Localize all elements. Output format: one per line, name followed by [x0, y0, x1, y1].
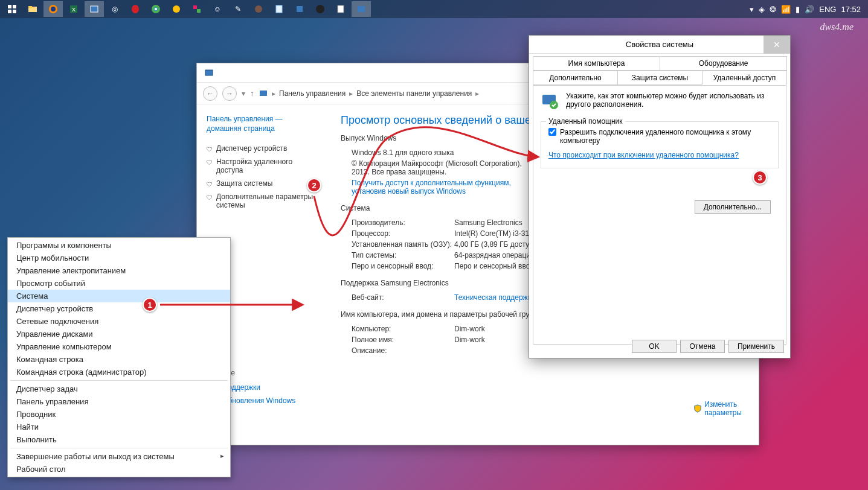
app-icon-10[interactable]: [352, 1, 371, 17]
svg-rect-2: [8, 10, 11, 13]
ctx-cmd-admin[interactable]: Командная строка (администратор): [8, 366, 230, 378]
tab-body: Укажите, как этот компьютер можно будет …: [533, 85, 786, 345]
close-button[interactable]: ✕: [764, 36, 790, 54]
sidebar-link-protect[interactable]: 🛡Защита системы: [203, 177, 324, 190]
fieldset-legend: Удаленный помощник: [546, 117, 625, 126]
language-indicator[interactable]: ENG: [819, 5, 836, 14]
app-icon-5[interactable]: ☺: [208, 1, 227, 17]
what-happens-link[interactable]: Что происходит при включении удаленного …: [548, 151, 771, 159]
forward-button[interactable]: →: [222, 86, 237, 101]
app-icon-4[interactable]: [187, 1, 207, 17]
ctx-cmd[interactable]: Командная строка: [8, 353, 230, 366]
shield-icon: 🛡: [207, 179, 213, 188]
advanced-button[interactable]: Дополнительно...: [695, 200, 771, 214]
volume-icon[interactable]: 🔊: [805, 5, 814, 14]
comp-value: Dim-work: [454, 325, 485, 333]
ok-button[interactable]: OK: [632, 340, 677, 353]
app-icon-6[interactable]: ✎: [228, 1, 248, 17]
change-settings-link[interactable]: Изменитьпараметры: [693, 400, 742, 417]
network-icon[interactable]: 📶: [781, 5, 791, 14]
notepad-icon[interactable]: [269, 1, 289, 17]
ctx-taskmgr[interactable]: Диспетчер задач: [8, 383, 230, 395]
steam-icon[interactable]: [310, 1, 330, 17]
ctx-explorer[interactable]: Проводник: [8, 408, 230, 421]
sidebar-link-remote[interactable]: 🛡Настройка удаленного доступа: [203, 155, 324, 177]
system-window-icon: [204, 68, 214, 78]
ctx-power[interactable]: Управление электропитанием: [8, 264, 230, 277]
history-chevron-icon[interactable]: ▾: [242, 89, 245, 98]
site-link[interactable]: Техническая поддержк: [454, 293, 531, 302]
cp-home-link[interactable]: Панель управления — домашняя страница: [203, 114, 324, 133]
app-icon-3[interactable]: [167, 1, 186, 17]
up-button[interactable]: ↑: [250, 89, 254, 98]
back-button[interactable]: ←: [203, 86, 217, 101]
tray-icon-2[interactable]: ❂: [770, 5, 776, 14]
app-icon-2[interactable]: ◎: [105, 1, 124, 17]
ctx-compmgmt[interactable]: Управление компьютером: [8, 340, 230, 353]
svg-point-21: [316, 5, 324, 13]
tab-hardware[interactable]: Оборудование: [660, 56, 787, 71]
tray-icon-1[interactable]: ◈: [759, 5, 765, 14]
cpu-value: Intel(R) Core(TM) i3-312: [454, 229, 533, 238]
ctx-search[interactable]: Найти: [8, 421, 230, 433]
sidebar-link-devmgr[interactable]: 🛡Диспетчер устройств: [203, 142, 324, 155]
svg-rect-19: [276, 5, 282, 13]
taskbar-left: X ◎ ☺ ✎: [0, 1, 371, 17]
ctx-cp[interactable]: Панель управления: [8, 395, 230, 408]
excel-icon[interactable]: X: [64, 1, 83, 17]
tab-protection[interactable]: Защита системы: [617, 71, 702, 85]
desc-label: Описание:: [352, 346, 454, 355]
svg-rect-10: [91, 6, 98, 12]
tab-advanced[interactable]: Дополнительно: [533, 71, 618, 85]
ctx-run[interactable]: Выполнить: [8, 433, 230, 446]
mfr-label: Производитель:: [352, 218, 454, 227]
breadcrumb[interactable]: ▸ Панель управления ▸ Все элементы панел…: [259, 89, 479, 98]
ctx-separator: [10, 448, 228, 448]
app-icon-1[interactable]: [85, 1, 104, 17]
cpu-label: Процессор:: [352, 229, 454, 238]
svg-rect-1: [13, 5, 16, 8]
breadcrumb-mid[interactable]: Все элементы панели управления: [356, 89, 472, 98]
battery-icon[interactable]: ▮: [796, 5, 800, 14]
app-icon-7[interactable]: [249, 1, 268, 17]
ctx-system[interactable]: Система: [8, 290, 230, 302]
ctx-network[interactable]: Сетевые подключения: [8, 315, 230, 328]
breadcrumb-root[interactable]: Панель управления: [279, 89, 346, 98]
firefox-icon[interactable]: [43, 1, 63, 17]
svg-rect-22: [338, 5, 344, 13]
ctx-desktop[interactable]: Рабочий стол: [8, 463, 230, 476]
start-button[interactable]: [2, 1, 22, 17]
ctx-devmgr[interactable]: Диспетчер устройств: [8, 302, 230, 315]
explorer-icon[interactable]: [23, 1, 42, 17]
svg-rect-3: [13, 10, 16, 13]
clock[interactable]: 17:52: [841, 5, 861, 14]
apply-button[interactable]: Применить: [728, 340, 784, 353]
tray-chevron-icon[interactable]: ▾: [750, 5, 754, 14]
app-icon-9[interactable]: [331, 1, 350, 17]
shield-icon: 🛡: [207, 158, 213, 166]
ctx-mobility[interactable]: Центр мобильности: [8, 252, 230, 264]
comp-label: Компьютер:: [352, 325, 454, 333]
ctx-separator: [10, 380, 228, 381]
ctx-shutdown[interactable]: Завершение работы или выход из системы: [8, 450, 230, 463]
tab-computer-name[interactable]: Имя компьютера: [533, 56, 660, 71]
ctx-programs[interactable]: Программы и компоненты: [8, 239, 230, 252]
winx-menu: Программы и компоненты Центр мобильности…: [7, 237, 231, 477]
tab-remote[interactable]: Удаленный доступ: [702, 71, 787, 85]
cancel-button[interactable]: Отмена: [680, 340, 725, 353]
allow-remote-checkbox[interactable]: [548, 128, 556, 136]
app-icon-8[interactable]: [290, 1, 309, 17]
sidebar-link-adv[interactable]: 🛡Дополнительные параметры системы: [203, 190, 324, 212]
ram-value: 4,00 ГБ (3,89 ГБ доступн: [454, 240, 537, 249]
system-properties-dialog: Свойства системы ✕ Имя компьютера Оборуд…: [529, 35, 791, 358]
svg-point-7: [51, 7, 56, 11]
site-label: Веб-сайт:: [352, 293, 454, 302]
features-link[interactable]: Получить доступ к дополнительным функция…: [352, 179, 511, 196]
chrome-icon[interactable]: [146, 1, 166, 17]
ctx-events[interactable]: Просмотр событий: [8, 277, 230, 290]
opera-icon[interactable]: [126, 1, 145, 17]
allow-remote-checkbox-row[interactable]: Разрешить подключения удаленного помощни…: [548, 128, 771, 145]
ctx-disk[interactable]: Управление дисками: [8, 328, 230, 340]
watermark: dws4.me: [820, 22, 854, 33]
pen-value: Перо и сенсорный ввс: [454, 262, 530, 270]
